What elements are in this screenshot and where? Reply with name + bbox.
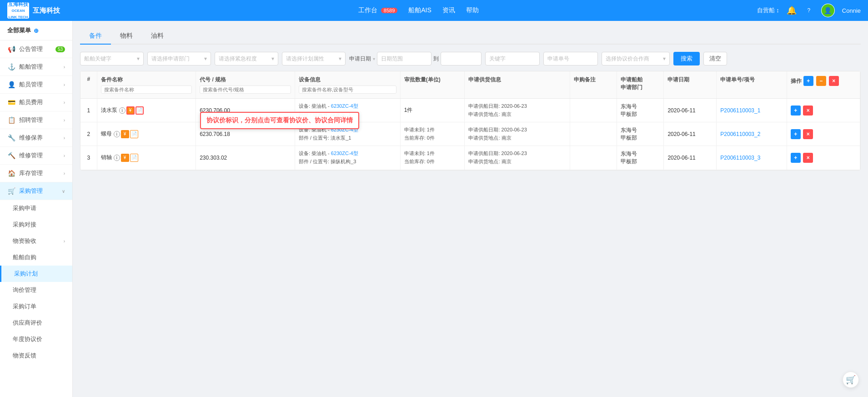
- tab-spare-parts[interactable]: 备件: [80, 28, 111, 45]
- arrow-icon: ›: [64, 82, 65, 87]
- ship-keyword-filter[interactable]: 船舶关键字 ▾: [80, 52, 144, 65]
- arrow-icon: ›: [64, 239, 65, 244]
- row-delete-btn[interactable]: ×: [803, 153, 813, 163]
- nav-help[interactable]: 帮助: [466, 6, 479, 15]
- cell-remark: [570, 99, 617, 122]
- row-delete-btn[interactable]: ×: [803, 106, 813, 116]
- sidebar-sub-annual-price[interactable]: 年度协议价: [0, 331, 72, 347]
- dropdown-arrow-icon: ▾: [663, 55, 666, 62]
- avatar[interactable]: 👤: [821, 4, 835, 17]
- search-code-input[interactable]: [200, 85, 291, 94]
- agreement-contract-icon[interactable]: 📄: [135, 106, 144, 115]
- col-device: 设备信息: [295, 71, 400, 99]
- recruit-icon: 📋: [7, 116, 15, 124]
- layout: 全部菜单 ⊕ 📢 公告管理 53 ⚓ 船舶管理 › 👤 船员管理 › 💳 船员费…: [0, 21, 868, 397]
- cell-device: 设备: 柴油机 - 6230ZC-4型 部件 / 位置号: 淡水泵_1: [295, 99, 400, 122]
- avatar-inner: 👤: [822, 4, 834, 17]
- col-ship-dept: 申请船舶 申请部门: [617, 71, 664, 99]
- date-range-input[interactable]: 日期范围: [377, 52, 431, 65]
- order-no-input[interactable]: 申请单号: [543, 52, 598, 65]
- order-link[interactable]: P2006110003_3: [720, 155, 760, 161]
- brand-name: 互海科技: [33, 6, 60, 15]
- logo-text: 互海科技OCEAN LINK TECH: [7, 1, 29, 20]
- sidebar-sub-inquiry[interactable]: 询价管理: [0, 282, 72, 298]
- maintenance-icon: 🔧: [7, 134, 15, 142]
- cell-ship-dept: 东海号 甲板部: [617, 122, 664, 146]
- announcement-icon: 📢: [7, 45, 15, 53]
- sidebar-item-ship[interactable]: ⚓ 船舶管理 ›: [0, 58, 72, 76]
- sidebar-item-recruit[interactable]: 📋 招聘管理 ›: [0, 111, 72, 129]
- cell-supply: 申请供船日期: 2020-06-23 申请供货地点: 南京: [465, 99, 570, 122]
- search-name-input[interactable]: [101, 85, 192, 94]
- nav-ais[interactable]: 船舶AIS: [408, 6, 431, 15]
- table-row: 2 螺母 ℹ ¥ 📄 6230.706.18 设备: 柴油机 - 6230ZC-: [80, 122, 860, 146]
- info-icon[interactable]: ℹ: [114, 155, 120, 161]
- dept-filter[interactable]: 请选择申请部门 ▾: [147, 52, 211, 65]
- agreement-price-icon[interactable]: ¥: [121, 130, 129, 138]
- sidebar-item-maintenance[interactable]: 🔧 维修保养 ›: [0, 129, 72, 147]
- clear-button[interactable]: 清空: [703, 52, 727, 65]
- plan-attr-filter[interactable]: 请选择计划属性 ▾: [282, 52, 346, 65]
- supplier-filter[interactable]: 选择协议价合作商 ▾: [602, 52, 670, 65]
- agreement-price-icon[interactable]: ¥: [126, 106, 135, 115]
- self-ship-btn[interactable]: 自营船 ↕: [757, 6, 779, 15]
- sidebar-sub-supplier-eval[interactable]: 供应商评价: [0, 315, 72, 331]
- sidebar-item-repair[interactable]: 🔨 维修管理 ›: [0, 147, 72, 165]
- info-icon[interactable]: ℹ: [114, 131, 120, 137]
- cell-date: 2020-06-11: [664, 146, 717, 170]
- sidebar-sub-purchase-apply[interactable]: 采购申请: [0, 200, 72, 216]
- col-no: #: [80, 71, 97, 99]
- sidebar-sub-material-check[interactable]: 物资验收 ›: [0, 233, 72, 249]
- agreement-price-icon[interactable]: ¥: [121, 154, 129, 162]
- search-device-input[interactable]: [299, 85, 396, 94]
- sidebar-sub-purchase-order[interactable]: 采购订单: [0, 298, 72, 315]
- urgency-filter[interactable]: 请选择紧急程度 ▾: [215, 52, 278, 65]
- row-add-btn[interactable]: +: [791, 129, 801, 139]
- row-delete-btn[interactable]: ×: [803, 129, 813, 139]
- cell-code: 6230.706.00: [196, 99, 295, 122]
- cell-order-no: P2006110003_2: [717, 122, 787, 146]
- delete-action-icon[interactable]: ×: [829, 76, 839, 86]
- sidebar-item-crew[interactable]: 👤 船员管理 ›: [0, 76, 72, 94]
- minus-action-icon[interactable]: −: [816, 76, 826, 86]
- device-link[interactable]: 6230ZC-4型: [331, 127, 358, 132]
- info-icon[interactable]: ℹ: [119, 107, 125, 114]
- bell-icon[interactable]: 🔔: [787, 5, 797, 15]
- device-link[interactable]: 6230ZC-4型: [331, 103, 358, 109]
- sidebar-item-announcement[interactable]: 📢 公告管理 53: [0, 40, 72, 58]
- tab-materials[interactable]: 物料: [111, 28, 142, 45]
- sidebar-sub-purchase-plan[interactable]: 采购计划: [0, 266, 72, 282]
- agreement-contract-icon[interactable]: 📄: [130, 130, 138, 138]
- sidebar-item-inventory[interactable]: 🏠 库存管理 ›: [0, 165, 72, 182]
- order-link[interactable]: P2006110003_2: [720, 131, 760, 137]
- tab-oil[interactable]: 油料: [142, 28, 173, 45]
- row-add-btn[interactable]: +: [791, 153, 801, 163]
- cart-button[interactable]: 🛒: [843, 372, 859, 388]
- keyword-input[interactable]: 关键字: [485, 52, 540, 65]
- sidebar-sub-purchase-connect[interactable]: 采购对接: [0, 216, 72, 233]
- date-range-group: 申请日期 ▾ 日期范围 到: [349, 52, 482, 65]
- col-supply: 申请供货信息: [465, 71, 570, 99]
- username[interactable]: Connie: [842, 7, 861, 14]
- help-icon[interactable]: ?: [804, 5, 814, 15]
- device-link[interactable]: 6230ZC-4型: [331, 151, 358, 156]
- cell-action: + ×: [787, 122, 860, 146]
- order-link[interactable]: P2006110003_1: [720, 107, 760, 114]
- nav-news[interactable]: 资讯: [442, 6, 455, 15]
- sidebar-item-crew-cost[interactable]: 💳 船员费用 ›: [0, 94, 72, 111]
- sidebar-sub-material-feedback[interactable]: 物资反馈: [0, 347, 72, 364]
- logo-box: 互海科技OCEAN LINK TECH: [7, 2, 29, 19]
- cell-device: 设备: 柴油机 - 6230ZC-4型 部件 / 位置号: 操纵机构_3: [295, 146, 400, 170]
- dropdown-arrow-icon: ▾: [339, 55, 341, 62]
- nav-workbench[interactable]: 工作台 8589: [358, 6, 397, 15]
- col-date: 申请日期: [664, 71, 717, 99]
- sidebar-item-purchase[interactable]: 🛒 采购管理 ∨: [0, 182, 72, 200]
- search-button[interactable]: 搜索: [673, 52, 700, 65]
- agreement-contract-icon[interactable]: 📄: [130, 154, 138, 162]
- date-to-input[interactable]: [441, 52, 482, 65]
- add-action-icon[interactable]: +: [803, 76, 813, 86]
- sidebar-add-icon[interactable]: ⊕: [34, 27, 39, 34]
- arrow-down-icon: ∨: [62, 189, 65, 194]
- sidebar-sub-ship-buy[interactable]: 船舶自购: [0, 249, 72, 266]
- row-add-btn[interactable]: +: [791, 106, 801, 116]
